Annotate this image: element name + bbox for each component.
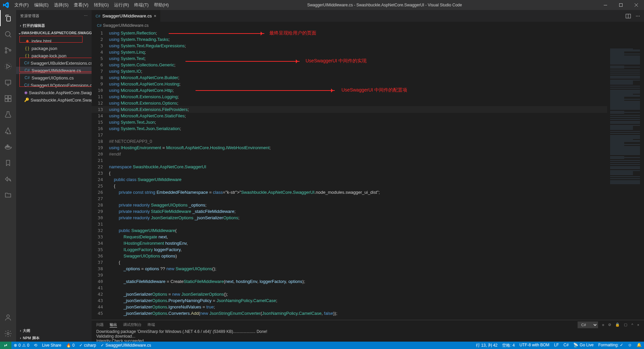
menu-go[interactable]: 转到(G): [91, 0, 112, 10]
status-golive[interactable]: 📡 Go Live: [571, 343, 596, 347]
panel-tab-debug[interactable]: 调试控制台: [123, 322, 142, 327]
annotation-text-3: UseSwaggerUI 中间件的配置项: [341, 87, 407, 93]
bookmark-tab[interactable]: [0, 155, 16, 171]
svg-marker-6: [7, 64, 10, 68]
status-lncol[interactable]: 行 13, 列 42: [474, 343, 500, 348]
project-tab[interactable]: [0, 187, 16, 203]
output-channel-select[interactable]: C#: [578, 322, 598, 328]
editor-tabs: C# SwaggerUIMiddleware.cs × ⋯: [92, 10, 644, 22]
status-flame[interactable]: 🔥 0: [64, 342, 77, 349]
npm-scripts-header[interactable]: ›NPM 脚本: [16, 334, 92, 342]
menu-selection[interactable]: 选择(S): [51, 0, 71, 10]
remote-indicator[interactable]: [0, 342, 11, 349]
settings-icon[interactable]: [0, 326, 16, 342]
status-bell[interactable]: 🔔: [634, 343, 644, 347]
tab-middleware[interactable]: C# SwaggerUIMiddleware.cs ×: [92, 10, 161, 22]
menu-help[interactable]: 帮助(H): [151, 0, 171, 10]
status-eol[interactable]: LF: [552, 343, 561, 347]
file-tree: ◆index.html { }package.json { }package-l…: [16, 37, 92, 104]
menu-view[interactable]: 查看(V): [71, 0, 91, 10]
azure-tab[interactable]: [0, 123, 16, 139]
maximize-button[interactable]: [613, 0, 629, 10]
status-lang[interactable]: C#: [561, 343, 571, 347]
bottom-panel: 问题 输出 调试控制台 终端 C# ≡ ⊘ 🔒 ▢ ^ × Downloadin…: [92, 320, 644, 342]
minimap[interactable]: [609, 48, 644, 320]
project-header[interactable]: ⌄SWASHBUCKLE.ASPNETCORE.SWAGGERUI: [16, 29, 92, 37]
svg-point-4: [5, 52, 7, 53]
annotation-text-1: 最终呈现给用户的页面: [269, 30, 316, 36]
svg-point-17: [7, 315, 9, 317]
panel-tab-problems[interactable]: 问题: [96, 322, 104, 327]
annotation-arrow-1: [169, 33, 264, 34]
docker-tab[interactable]: [0, 139, 16, 155]
file-package-lock-json[interactable]: { }package-lock.json: [16, 52, 92, 59]
file-index-html[interactable]: ◆index.html: [16, 37, 92, 45]
file-builder-extensions[interactable]: C#SwaggerUIBuilderExtensions.cs: [16, 59, 92, 67]
status-encoding[interactable]: UTF-8 with BOM: [517, 343, 552, 347]
sidebar-more-icon[interactable]: ⋯: [84, 14, 88, 18]
file-options-extensions[interactable]: C#SwaggerUIOptionsExtensions.cs: [16, 81, 92, 89]
status-file[interactable]: ✓ SwaggerUIMiddleware.cs: [98, 342, 153, 349]
annotation-arrow-2: [185, 61, 300, 62]
svg-rect-8: [5, 80, 11, 84]
svg-rect-1: [620, 4, 623, 7]
tab-close-icon[interactable]: ×: [154, 13, 156, 18]
test-tab[interactable]: [0, 107, 16, 123]
svg-point-3: [5, 48, 7, 49]
menu-file[interactable]: 文件(F): [12, 0, 32, 10]
svg-rect-10: [8, 96, 11, 98]
extensions-tab[interactable]: [0, 91, 16, 107]
panel-tab-output[interactable]: 输出: [110, 322, 117, 328]
editor-more-icon[interactable]: ⋯: [636, 13, 640, 18]
file-csproj[interactable]: ◉Swashbuckle.AspNetCore.SwaggerUI.csp…: [16, 89, 92, 96]
account-icon[interactable]: [0, 309, 16, 326]
file-options[interactable]: C#SwaggerUIOptions.cs: [16, 74, 92, 81]
panel-lock-icon[interactable]: 🔒: [615, 323, 620, 327]
search-tab[interactable]: [0, 26, 16, 42]
file-package-json[interactable]: { }package.json: [16, 45, 92, 52]
status-spaces[interactable]: 空格: 4: [500, 343, 517, 348]
panel-list-icon[interactable]: ≡: [602, 323, 604, 327]
menu-run[interactable]: 运行(R): [111, 0, 131, 10]
svg-point-5: [9, 50, 11, 51]
remote-tab[interactable]: [0, 74, 16, 91]
status-csharp[interactable]: ✓ csharp: [77, 342, 98, 349]
file-snk[interactable]: 🔑Swashbuckle.AspNetCore.SwaggerUI.snk: [16, 96, 92, 104]
status-problems[interactable]: ⊗ 0 ⚠ 0: [11, 342, 32, 349]
close-button[interactable]: [629, 0, 644, 10]
status-liveshare[interactable]: Live Share: [40, 342, 63, 349]
activity-bar: [0, 10, 16, 342]
code-content[interactable]: using System.Reflection;using System.Thr…: [109, 29, 644, 320]
debug-tab[interactable]: [0, 58, 16, 74]
window-controls: [598, 0, 644, 10]
menu-edit[interactable]: 编辑(E): [32, 0, 51, 10]
panel-open-icon[interactable]: ▢: [624, 323, 627, 327]
explorer-tab[interactable]: [0, 10, 16, 26]
panel-tab-terminal[interactable]: 终端: [148, 322, 155, 327]
minimize-button[interactable]: [598, 0, 613, 10]
explorer-sidebar: 资源管理器 ⋯ ›打开的编辑器 ⌄SWASHBUCKLE.ASPNETCORE.…: [16, 10, 92, 342]
status-formatting[interactable]: Formatting: ✓: [596, 343, 626, 347]
status-broadcast[interactable]: ⟲: [32, 342, 40, 349]
scm-tab[interactable]: [0, 42, 16, 58]
svg-rect-0: [604, 5, 607, 5]
annotation-text-2: UseSwaggerUI 中间件的实现: [306, 58, 367, 64]
status-feedback[interactable]: ☺: [626, 343, 634, 347]
liveshare-tab[interactable]: [0, 171, 16, 187]
open-editors-header[interactable]: ›打开的编辑器: [16, 22, 92, 29]
panel-close-icon[interactable]: ×: [637, 323, 639, 327]
outline-header[interactable]: ›大纲: [16, 327, 92, 334]
menu-bar: 文件(F) 编辑(E) 选择(S) 查看(V) 转到(G) 运行(R) 终端(T…: [12, 0, 171, 10]
breadcrumb[interactable]: C# SwaggerUIMiddleware.cs: [92, 22, 644, 29]
line-numbers: 1234567891011121314151617181920212223242…: [92, 29, 109, 320]
output-content[interactable]: Downloading package 'OmniSharp for Windo…: [92, 329, 644, 342]
menu-terminal[interactable]: 终端(T): [131, 0, 151, 10]
window-title: SwaggerUIMiddleware.cs - Swashbuckle.Asp…: [171, 3, 598, 7]
app-icon: [0, 2, 12, 8]
split-editor-icon[interactable]: [626, 13, 631, 19]
panel-clear-icon[interactable]: ⊘: [608, 323, 611, 327]
svg-point-18: [7, 333, 9, 335]
annotation-arrow-3: [196, 90, 335, 91]
panel-maximize-icon[interactable]: ^: [631, 323, 633, 327]
file-middleware[interactable]: C#SwaggerUIMiddleware.cs: [16, 67, 92, 74]
